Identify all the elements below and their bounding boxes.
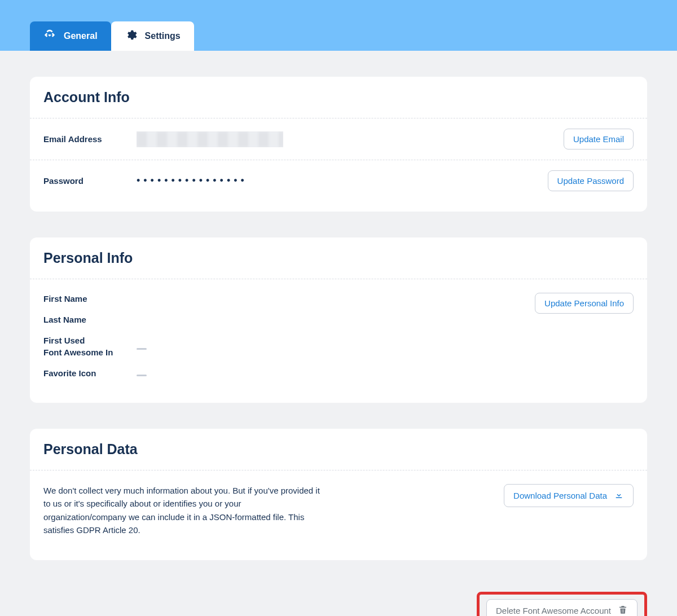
card-header: Personal Info	[30, 237, 647, 279]
gear-icon	[125, 29, 137, 43]
email-row: Email Address Update Email	[30, 118, 647, 160]
trash-icon	[618, 605, 628, 616]
first-name-row: First Name	[43, 293, 535, 305]
personal-data-card: Personal Data We don't collect very much…	[30, 429, 647, 560]
favorite-icon-row: Favorite Icon	[43, 367, 535, 379]
page-content: Account Info Email Address Update Email …	[0, 51, 677, 592]
tab-general[interactable]: General	[30, 21, 111, 51]
favorite-icon-value	[137, 368, 147, 378]
personal-info-title: Personal Info	[43, 250, 634, 266]
first-used-row: First Used Font Awesome In	[43, 335, 535, 358]
first-name-label: First Name	[43, 293, 137, 305]
personal-data-title: Personal Data	[43, 441, 634, 457]
personal-data-body: We don't collect very much information a…	[30, 470, 647, 550]
last-name-row: Last Name	[43, 314, 535, 325]
download-icon	[614, 490, 624, 501]
email-redacted	[137, 131, 283, 147]
tab-settings-label: Settings	[145, 31, 181, 41]
account-info-title: Account Info	[43, 89, 634, 105]
first-used-value	[137, 342, 147, 351]
update-personal-info-button[interactable]: Update Personal Info	[535, 293, 634, 314]
email-label: Email Address	[43, 134, 137, 144]
dash-icon	[137, 375, 147, 376]
password-row: Password •••••••••••••••• Update Passwor…	[30, 160, 647, 201]
tab-settings[interactable]: Settings	[111, 21, 194, 51]
highlight-annotation: Delete Font Awesome Account	[477, 592, 647, 616]
password-value: ••••••••••••••••	[137, 175, 548, 187]
card-header: Personal Data	[30, 429, 647, 470]
download-personal-data-button[interactable]: Download Personal Data	[504, 484, 634, 507]
tab-bar: General Settings	[30, 21, 194, 51]
tab-general-label: General	[64, 31, 98, 41]
password-label: Password	[43, 176, 137, 186]
update-email-button[interactable]: Update Email	[564, 129, 634, 149]
personal-info-card: Personal Info First Name Last Name First…	[30, 237, 647, 403]
email-value	[137, 131, 564, 147]
delete-account-button[interactable]: Delete Font Awesome Account	[486, 599, 638, 616]
header-banner: General Settings	[0, 0, 677, 51]
dash-icon	[137, 348, 147, 350]
account-info-card: Account Info Email Address Update Email …	[30, 77, 647, 212]
personal-data-description: We don't collect very much information a…	[43, 484, 320, 536]
personal-info-body: First Name Last Name First Used Font Awe…	[30, 279, 647, 393]
card-header: Account Info	[30, 77, 647, 118]
favorite-icon-label: Favorite Icon	[43, 367, 137, 379]
delete-account-section: Delete Font Awesome Account	[0, 592, 677, 616]
first-used-label: First Used Font Awesome In	[43, 335, 137, 358]
update-password-button[interactable]: Update Password	[548, 170, 634, 191]
last-name-label: Last Name	[43, 314, 137, 325]
handshake-icon	[43, 29, 56, 43]
